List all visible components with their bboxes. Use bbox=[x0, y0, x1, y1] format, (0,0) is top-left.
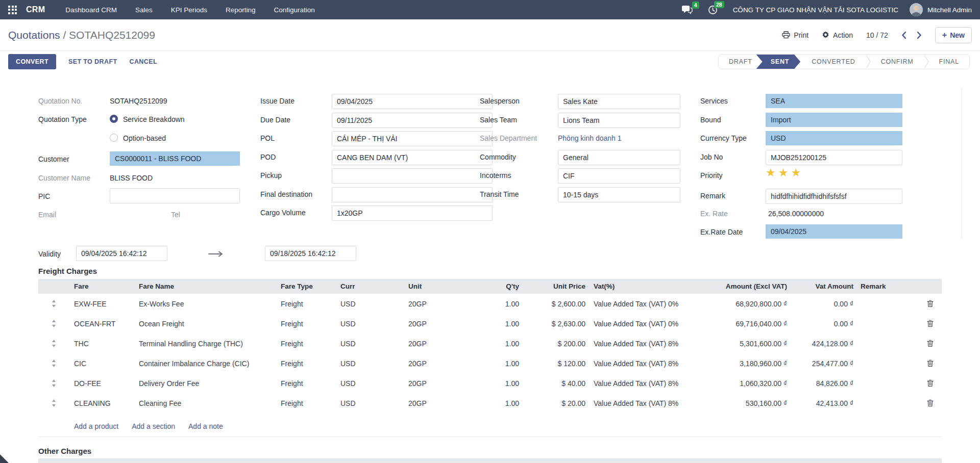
stage-separator bbox=[866, 55, 871, 69]
salesperson-input[interactable]: Sales Kate bbox=[558, 94, 680, 109]
job-no-input[interactable]: MJOB251200125 bbox=[766, 150, 902, 165]
form-statusbar-row: CONVERT SET TO DRAFT CANCEL DRAFT SENT C… bbox=[0, 51, 980, 72]
issue-date-input[interactable]: 09/04/2025 bbox=[332, 94, 493, 109]
new-button[interactable]: +New bbox=[935, 27, 972, 43]
radio-option-based-label[interactable]: Option-based bbox=[123, 134, 166, 142]
stage-separator bbox=[924, 55, 929, 69]
pod-label: POD bbox=[260, 153, 276, 161]
transit-time-input[interactable]: 10-15 days bbox=[558, 187, 680, 202]
currency-type-field[interactable]: USD bbox=[766, 131, 902, 145]
pickup-label: Pickup bbox=[260, 171, 282, 179]
menu-sales[interactable]: Sales bbox=[135, 6, 153, 14]
drag-handle-icon[interactable] bbox=[38, 320, 69, 327]
gear-icon bbox=[822, 31, 829, 39]
commodity-input[interactable]: General bbox=[558, 150, 680, 165]
convert-button[interactable]: CONVERT bbox=[8, 54, 56, 69]
delete-row-icon[interactable] bbox=[919, 379, 942, 387]
ex-rate-date-field[interactable]: 09/04/2025 bbox=[766, 224, 902, 239]
apps-grid-icon[interactable] bbox=[8, 6, 17, 14]
stage-final[interactable]: FINAL bbox=[929, 55, 969, 69]
pickup-input[interactable] bbox=[332, 168, 493, 184]
ex-rate-label: Ex. Rate bbox=[700, 210, 728, 218]
activities-clock-icon[interactable]: 28 bbox=[708, 5, 718, 15]
sales-department-link[interactable]: Phòng kinh doanh 1 bbox=[558, 134, 622, 142]
sales-team-input[interactable]: Lions Team bbox=[558, 113, 680, 128]
tel-label: Tel bbox=[171, 211, 180, 219]
breadcrumb-current: SOTAHQ2512099 bbox=[69, 29, 155, 41]
radio-option-based[interactable] bbox=[110, 134, 118, 142]
stage-sent[interactable]: SENT bbox=[756, 55, 801, 69]
pic-input[interactable] bbox=[110, 188, 240, 203]
quotation-type-label: Quotation Type bbox=[38, 115, 87, 123]
pol-label: POL bbox=[260, 134, 275, 142]
menu-dashboard-crm[interactable]: Dashboard CRM bbox=[65, 6, 117, 14]
incoterms-input[interactable]: CIF bbox=[558, 168, 680, 184]
pager-previous-icon[interactable] bbox=[901, 31, 906, 39]
drag-handle-icon[interactable] bbox=[38, 379, 69, 387]
due-date-label: Due Date bbox=[260, 116, 290, 124]
customer-name-label: Customer Name bbox=[38, 174, 90, 182]
delete-row-icon[interactable] bbox=[919, 359, 942, 367]
delete-row-icon[interactable] bbox=[919, 399, 942, 407]
messages-icon[interactable]: 4 bbox=[682, 6, 693, 14]
pol-input[interactable]: CÁI MÉP - THỊ VẢI bbox=[332, 131, 493, 146]
menu-reporting[interactable]: Reporting bbox=[226, 6, 256, 14]
final-destination-input[interactable] bbox=[332, 187, 493, 202]
cargo-volume-input[interactable]: 1x20GP bbox=[332, 205, 493, 221]
stage-draft[interactable]: DRAFT bbox=[719, 55, 763, 69]
company-name[interactable]: CÔNG TY CP GIAO NHẬN VẬN TẢI SOTA LOGIST… bbox=[733, 6, 898, 14]
other-charges-table-header bbox=[38, 458, 942, 463]
issue-date-label: Issue Date bbox=[260, 97, 295, 105]
validity-from-input[interactable]: 09/04/2025 16:42:12 bbox=[76, 246, 167, 261]
bound-field[interactable]: Import bbox=[766, 113, 902, 127]
add-note-link[interactable]: Add a note bbox=[188, 422, 223, 430]
user-name[interactable]: Mitchell Admin bbox=[927, 6, 972, 14]
pic-label: PIC bbox=[38, 192, 50, 200]
breadcrumb-quotations[interactable]: Quotations bbox=[8, 29, 60, 41]
add-product-link[interactable]: Add a product bbox=[74, 422, 118, 430]
print-button[interactable]: Print bbox=[782, 31, 808, 39]
bound-label: Bound bbox=[700, 116, 721, 124]
drag-handle-icon[interactable] bbox=[38, 340, 69, 347]
drag-handle-icon[interactable] bbox=[38, 300, 69, 307]
app-name[interactable]: CRM bbox=[26, 5, 45, 14]
record-pager: 10 / 72 bbox=[866, 31, 888, 39]
radio-service-breakdown-label[interactable]: Service Breakdown bbox=[123, 115, 185, 123]
column-divider bbox=[961, 88, 962, 239]
discuss-corner-handle[interactable] bbox=[0, 454, 9, 463]
cancel-button[interactable]: CANCEL bbox=[129, 58, 157, 65]
validity-to-input[interactable]: 09/18/2025 16:42:12 bbox=[265, 246, 356, 261]
section-divider bbox=[38, 436, 942, 437]
delete-row-icon[interactable] bbox=[919, 340, 942, 347]
freight-table-row: CIC Container Imbalance Charge (CIC) Fre… bbox=[38, 353, 942, 373]
menu-configuration[interactable]: Configuration bbox=[274, 6, 315, 14]
due-date-input[interactable]: 09/11/2025 bbox=[332, 113, 493, 128]
action-button[interactable]: Action bbox=[822, 31, 853, 39]
freight-table-header: Fare Fare Name Fare Type Curr Unit Q'ty … bbox=[38, 279, 942, 294]
customer-field[interactable]: CS0000011 - BLISS FOOD bbox=[110, 151, 240, 166]
breadcrumb: Quotations / SOTAHQ2512099 bbox=[8, 29, 155, 41]
delete-row-icon[interactable] bbox=[919, 300, 942, 307]
menu-kpi-periods[interactable]: KPI Periods bbox=[171, 6, 207, 14]
freight-table-row: DO-FEE Delivery Order Fee Freight USD 20… bbox=[38, 373, 942, 393]
services-field[interactable]: SEA bbox=[766, 94, 902, 108]
drag-handle-icon[interactable] bbox=[38, 359, 69, 367]
set-to-draft-button[interactable]: SET TO DRAFT bbox=[68, 58, 117, 65]
remark-input[interactable]: hidfdfhihidfidfhidhifsfsfsf bbox=[766, 189, 902, 204]
pager-next-icon[interactable] bbox=[917, 31, 922, 39]
freight-table-row: THC Terminal Handling Charge (THC) Freig… bbox=[38, 333, 942, 353]
delete-row-icon[interactable] bbox=[919, 320, 942, 327]
breadcrumb-separator: / bbox=[60, 29, 69, 41]
user-avatar[interactable] bbox=[910, 3, 923, 16]
priority-stars[interactable]: ★★★ bbox=[766, 166, 803, 179]
stage-converted[interactable]: CONVERTED bbox=[798, 55, 865, 69]
drag-handle-icon[interactable] bbox=[38, 399, 69, 407]
validity-arrow-icon bbox=[208, 250, 224, 259]
stage-confirm[interactable]: CONFIRM bbox=[871, 55, 924, 69]
pod-input[interactable]: CANG BEN DAM (VT) bbox=[332, 150, 493, 165]
job-no-label: Job No bbox=[700, 153, 723, 161]
freight-table-row: EXW-FEE Ex-Works Fee Freight USD 20GP 1.… bbox=[38, 294, 942, 314]
freight-charges-title: Freight Charges bbox=[38, 267, 97, 275]
add-section-link[interactable]: Add a section bbox=[132, 422, 175, 430]
radio-service-breakdown[interactable] bbox=[110, 115, 118, 123]
